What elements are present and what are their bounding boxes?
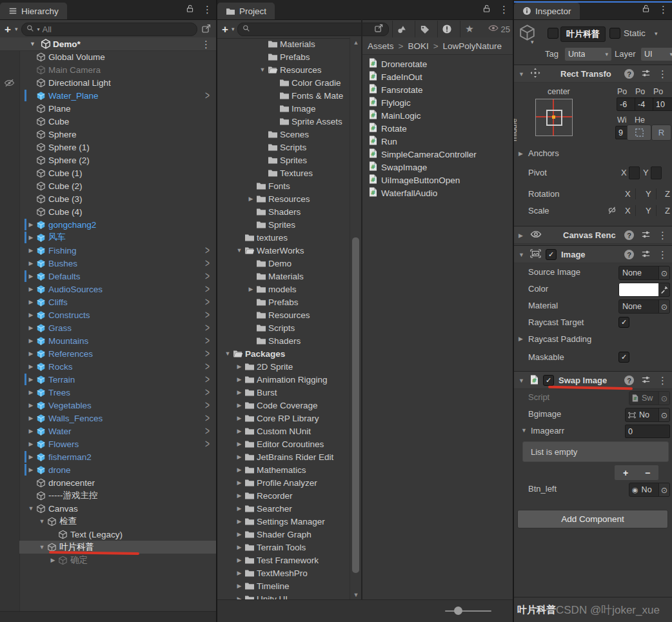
breadcrumb-lowpolynature[interactable]: LowPolyNature: [443, 41, 502, 51]
hierarchy-item[interactable]: ▶Vegetables>: [19, 399, 216, 412]
kebab-menu-icon[interactable]: ⋮: [658, 69, 667, 79]
hierarchy-item[interactable]: ▶Water>: [19, 425, 216, 437]
foldout-arrow-icon[interactable]: ▶: [234, 492, 244, 499]
hierarchy-item[interactable]: Cube (2): [19, 179, 216, 192]
pivot-x-field[interactable]: [629, 166, 640, 179]
hierarchy-item[interactable]: ▶风车: [19, 231, 216, 244]
foldout-arrow-icon[interactable]: ▶: [26, 415, 36, 421]
foldout-arrow-icon[interactable]: ▶: [234, 454, 244, 460]
project-folder-item[interactable]: ▶JetBrains Rider Edit: [217, 450, 350, 463]
open-search-window-icon[interactable]: [374, 23, 384, 35]
hierarchy-item[interactable]: ▶fisherman2: [19, 450, 216, 463]
prefab-chevron-icon[interactable]: >: [205, 425, 210, 438]
project-folder-item[interactable]: Sprites: [217, 218, 350, 231]
hierarchy-search-input[interactable]: ▾ All: [21, 23, 197, 36]
foldout-arrow-icon[interactable]: ▼: [37, 544, 47, 550]
hierarchy-item[interactable]: dronecenter: [19, 476, 216, 489]
project-folder-item[interactable]: ▶Code Coverage: [217, 399, 350, 412]
icon-dropdown-caret[interactable]: ▾: [531, 39, 534, 45]
hierarchy-item[interactable]: Sphere (1): [19, 141, 216, 154]
source-image-field[interactable]: None ⊙: [618, 266, 670, 280]
asset-item[interactable]: #UiImageButtonOpen: [362, 174, 513, 186]
add-component-button[interactable]: Add Component: [517, 510, 668, 528]
foldout-arrow-icon[interactable]: ▶: [26, 389, 36, 396]
foldout-arrow-icon[interactable]: ▶: [26, 441, 36, 447]
favorites-star-icon[interactable]: ★: [460, 21, 479, 38]
hierarchy-item[interactable]: ▶Defaults>: [19, 270, 216, 283]
foldout-arrow-icon[interactable]: ▼: [234, 247, 244, 254]
foldout-arrow-icon[interactable]: ▶: [234, 376, 244, 383]
hierarchy-item[interactable]: ▶gongchang2: [19, 218, 216, 231]
foldout-arrow-icon[interactable]: ▶: [234, 415, 244, 421]
foldout-arrow-icon[interactable]: ▶: [234, 389, 244, 396]
project-folder-item[interactable]: ▶Settings Manager: [217, 515, 350, 528]
hierarchy-item[interactable]: Water_Plane>: [19, 89, 216, 102]
project-folder-item[interactable]: ▶Core RP Library: [217, 412, 350, 425]
project-folder-item[interactable]: ▶Resources: [217, 192, 350, 205]
project-folder-item[interactable]: Image: [217, 102, 350, 115]
project-folder-item[interactable]: ▶Animation Rigging: [217, 373, 350, 386]
asset-item[interactable]: #SimpleCameraController: [362, 148, 513, 161]
scene-foldout-icon[interactable]: ▼: [30, 41, 39, 47]
project-folder-item[interactable]: ▶Profile Analyzer: [217, 476, 350, 489]
project-folder-item[interactable]: ▶Terrain Tools: [217, 541, 350, 554]
project-folder-item[interactable]: textures: [217, 231, 350, 244]
swap-image-enabled-checkbox[interactable]: ✓: [543, 375, 554, 386]
hierarchy-item[interactable]: ▶Grass>: [19, 321, 216, 334]
project-folder-item[interactable]: ▶Shader Graph: [217, 528, 350, 541]
hierarchy-item[interactable]: ▼检查: [19, 515, 216, 528]
tab-hierarchy[interactable]: Hierarchy: [0, 3, 67, 19]
project-folder-item[interactable]: Fonts & Mate: [217, 89, 350, 102]
foldout-arrow-icon[interactable]: ▶: [234, 402, 244, 408]
link-broken-icon[interactable]: [607, 205, 617, 217]
project-folder-item[interactable]: Textures: [217, 166, 350, 179]
material-field[interactable]: None ⊙: [618, 299, 670, 314]
foldout-arrow-icon[interactable]: ▶: [26, 260, 36, 266]
hierarchy-item[interactable]: ▶Constructs>: [19, 308, 216, 321]
help-icon[interactable]: ?: [624, 230, 634, 240]
layer-dropdown[interactable]: UI ▾: [640, 47, 672, 61]
prefab-chevron-icon[interactable]: >: [205, 257, 210, 270]
hierarchy-item[interactable]: ▶Fishing>: [19, 244, 216, 257]
create-dropdown-icon[interactable]: ▾: [232, 26, 235, 32]
search-by-type-icon[interactable]: [392, 21, 411, 38]
foldout-arrow-icon[interactable]: ▶: [26, 363, 36, 370]
help-icon[interactable]: ?: [624, 376, 634, 385]
blueprint-mode-button[interactable]: [627, 125, 651, 141]
project-folder-item[interactable]: Materials: [217, 270, 350, 283]
hierarchy-item[interactable]: Global Volume: [19, 50, 216, 63]
breadcrumb-boki[interactable]: BOKI: [408, 41, 428, 51]
project-folder-item[interactable]: Fonts: [217, 179, 350, 192]
lock-icon[interactable]: [482, 4, 491, 15]
visibility-toggle[interactable]: 25: [482, 24, 513, 34]
kebab-menu-icon[interactable]: ⋮: [658, 250, 667, 259]
help-icon[interactable]: ?: [624, 250, 634, 259]
foldout-arrow-icon[interactable]: ▼: [37, 518, 47, 525]
foldout-arrow-icon[interactable]: ▶: [26, 350, 36, 357]
hierarchy-item[interactable]: ▼Canvas: [19, 502, 216, 515]
project-folder-item[interactable]: Prefabs: [217, 296, 350, 308]
hierarchy-item[interactable]: ▶Flowers>: [19, 437, 216, 450]
canvas-renderer-header[interactable]: ▶ Canvas Renc ? ⋮: [514, 226, 672, 244]
prefab-chevron-icon[interactable]: >: [205, 89, 210, 103]
hierarchy-item[interactable]: ▶Trees>: [19, 386, 216, 399]
hierarchy-item[interactable]: ▶确定: [19, 554, 216, 567]
object-picker-icon[interactable]: ⊙: [658, 408, 669, 421]
eyedropper-button[interactable]: [658, 283, 670, 297]
prefab-chevron-icon[interactable]: >: [205, 347, 210, 361]
foldout-arrow-icon[interactable]: ▶: [26, 325, 36, 331]
foldout-arrow-icon[interactable]: ▶: [26, 221, 36, 228]
hierarchy-item[interactable]: Plane: [19, 102, 216, 115]
presets-icon[interactable]: [641, 68, 651, 80]
project-folder-item[interactable]: ▼Packages: [217, 347, 350, 360]
prefab-chevron-icon[interactable]: >: [205, 437, 210, 451]
foldout-arrow-icon[interactable]: ▶: [26, 273, 36, 279]
prefab-chevron-icon[interactable]: >: [205, 373, 210, 386]
rect-transform-header[interactable]: ▼ Rect Transfo ? ⋮: [514, 65, 672, 83]
foldout-arrow-icon[interactable]: ▶: [234, 428, 244, 434]
prefab-chevron-icon[interactable]: >: [205, 270, 210, 283]
foldout-arrow-icon[interactable]: ▶: [234, 531, 244, 537]
project-folder-item[interactable]: ▶Custom NUnit: [217, 425, 350, 437]
project-folder-item[interactable]: ▼WaterWorks: [217, 244, 350, 257]
raycast-target-checkbox[interactable]: ✓: [618, 317, 629, 328]
